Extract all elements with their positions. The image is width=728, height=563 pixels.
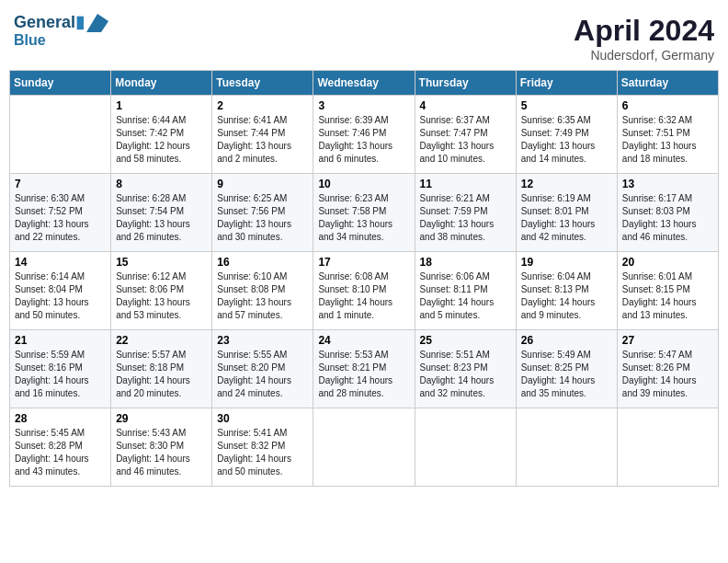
location: Nudersdorf, Germany <box>574 48 714 63</box>
day-info: Sunrise: 6:12 AMSunset: 8:06 PMDaylight:… <box>116 270 207 322</box>
day-info: Sunrise: 5:47 AMSunset: 8:26 PMDaylight:… <box>622 349 713 400</box>
day-info: Sunrise: 5:41 AMSunset: 8:32 PMDaylight:… <box>217 427 308 478</box>
day-info: Sunrise: 6:01 AMSunset: 8:15 PMDaylight:… <box>622 270 713 322</box>
weekday-header: Thursday <box>415 71 516 96</box>
day-info: Sunrise: 6:14 AMSunset: 8:04 PMDaylight:… <box>15 270 106 322</box>
day-info: Sunrise: 5:43 AMSunset: 8:30 PMDaylight:… <box>116 427 207 478</box>
day-number: 1 <box>116 99 207 112</box>
day-number: 20 <box>622 256 713 269</box>
weekday-header: Sunday <box>10 71 111 96</box>
day-info: Sunrise: 6:35 AMSunset: 7:49 PMDaylight:… <box>521 114 612 166</box>
page-header: General▮ Blue April 2024 Nudersdorf, Ger… <box>9 9 719 63</box>
day-number: 15 <box>116 256 207 269</box>
logo-icon <box>86 14 108 32</box>
day-number: 30 <box>217 412 308 425</box>
day-info: Sunrise: 6:44 AMSunset: 7:42 PMDaylight:… <box>116 114 207 166</box>
calendar-cell: 5Sunrise: 6:35 AMSunset: 7:49 PMDaylight… <box>516 96 617 174</box>
day-number: 23 <box>217 334 308 347</box>
day-number: 28 <box>15 412 106 425</box>
day-info: Sunrise: 6:30 AMSunset: 7:52 PMDaylight:… <box>15 192 106 244</box>
day-info: Sunrise: 6:06 AMSunset: 8:11 PMDaylight:… <box>420 270 511 322</box>
day-number: 7 <box>15 178 106 190</box>
weekday-header: Wednesday <box>313 71 415 96</box>
day-number: 10 <box>318 178 409 190</box>
calendar-cell: 10Sunrise: 6:23 AMSunset: 7:58 PMDayligh… <box>313 174 415 252</box>
calendar-cell <box>617 408 718 487</box>
calendar-cell: 18Sunrise: 6:06 AMSunset: 8:11 PMDayligh… <box>415 252 516 330</box>
day-number: 12 <box>521 178 612 190</box>
day-number: 2 <box>217 99 308 112</box>
day-info: Sunrise: 6:37 AMSunset: 7:47 PMDaylight:… <box>420 114 511 166</box>
day-info: Sunrise: 6:32 AMSunset: 7:51 PMDaylight:… <box>622 114 713 166</box>
day-info: Sunrise: 6:19 AMSunset: 8:01 PMDaylight:… <box>521 192 612 244</box>
day-info: Sunrise: 6:04 AMSunset: 8:13 PMDaylight:… <box>521 270 612 322</box>
day-number: 26 <box>521 334 612 347</box>
calendar-cell: 13Sunrise: 6:17 AMSunset: 8:03 PMDayligh… <box>617 174 718 252</box>
logo-blue: Blue <box>14 32 108 49</box>
day-info: Sunrise: 6:08 AMSunset: 8:10 PMDaylight:… <box>318 270 409 322</box>
day-number: 18 <box>420 256 511 269</box>
day-info: Sunrise: 5:45 AMSunset: 8:28 PMDaylight:… <box>15 427 106 478</box>
calendar-cell: 12Sunrise: 6:19 AMSunset: 8:01 PMDayligh… <box>516 174 617 252</box>
calendar-cell: 3Sunrise: 6:39 AMSunset: 7:46 PMDaylight… <box>313 96 415 174</box>
svg-marker-0 <box>86 14 108 32</box>
day-info: Sunrise: 6:17 AMSunset: 8:03 PMDaylight:… <box>622 192 713 244</box>
calendar-cell <box>415 408 516 487</box>
day-number: 21 <box>15 334 106 347</box>
day-info: Sunrise: 6:41 AMSunset: 7:44 PMDaylight:… <box>217 114 308 166</box>
calendar-cell: 7Sunrise: 6:30 AMSunset: 7:52 PMDaylight… <box>10 174 111 252</box>
calendar-cell: 15Sunrise: 6:12 AMSunset: 8:06 PMDayligh… <box>111 252 212 330</box>
calendar-cell: 19Sunrise: 6:04 AMSunset: 8:13 PMDayligh… <box>516 252 617 330</box>
calendar-cell: 26Sunrise: 5:49 AMSunset: 8:25 PMDayligh… <box>516 330 617 408</box>
calendar-cell: 1Sunrise: 6:44 AMSunset: 7:42 PMDaylight… <box>111 96 212 174</box>
calendar-cell: 2Sunrise: 6:41 AMSunset: 7:44 PMDaylight… <box>212 96 313 174</box>
day-info: Sunrise: 5:51 AMSunset: 8:23 PMDaylight:… <box>420 349 511 400</box>
calendar-cell: 6Sunrise: 6:32 AMSunset: 7:51 PMDaylight… <box>617 96 718 174</box>
day-info: Sunrise: 6:10 AMSunset: 8:08 PMDaylight:… <box>217 270 308 322</box>
logo: General▮ Blue <box>14 14 108 49</box>
weekday-header: Friday <box>516 71 617 96</box>
calendar-cell: 23Sunrise: 5:55 AMSunset: 8:20 PMDayligh… <box>212 330 313 408</box>
weekday-header: Tuesday <box>212 71 313 96</box>
day-info: Sunrise: 5:55 AMSunset: 8:20 PMDaylight:… <box>217 349 308 400</box>
calendar-cell: 22Sunrise: 5:57 AMSunset: 8:18 PMDayligh… <box>111 330 212 408</box>
day-number: 25 <box>420 334 511 347</box>
calendar-cell: 11Sunrise: 6:21 AMSunset: 7:59 PMDayligh… <box>415 174 516 252</box>
calendar-cell: 29Sunrise: 5:43 AMSunset: 8:30 PMDayligh… <box>111 408 212 487</box>
calendar-week-row: 1Sunrise: 6:44 AMSunset: 7:42 PMDaylight… <box>10 96 719 174</box>
calendar-cell: 28Sunrise: 5:45 AMSunset: 8:28 PMDayligh… <box>10 408 111 487</box>
calendar-cell: 30Sunrise: 5:41 AMSunset: 8:32 PMDayligh… <box>212 408 313 487</box>
day-number: 14 <box>15 256 106 269</box>
day-number: 27 <box>622 334 713 347</box>
calendar-cell: 9Sunrise: 6:25 AMSunset: 7:56 PMDaylight… <box>212 174 313 252</box>
day-info: Sunrise: 6:25 AMSunset: 7:56 PMDaylight:… <box>217 192 308 244</box>
weekday-header: Saturday <box>617 71 718 96</box>
calendar-week-row: 28Sunrise: 5:45 AMSunset: 8:28 PMDayligh… <box>10 408 719 487</box>
calendar-table: SundayMondayTuesdayWednesdayThursdayFrid… <box>9 70 719 487</box>
day-number: 3 <box>318 99 409 112</box>
weekday-header-row: SundayMondayTuesdayWednesdayThursdayFrid… <box>10 71 719 96</box>
calendar-cell: 24Sunrise: 5:53 AMSunset: 8:21 PMDayligh… <box>313 330 415 408</box>
title-block: April 2024 Nudersdorf, Germany <box>574 14 714 63</box>
day-number: 17 <box>318 256 409 269</box>
day-info: Sunrise: 5:53 AMSunset: 8:21 PMDaylight:… <box>318 349 409 400</box>
calendar-cell: 14Sunrise: 6:14 AMSunset: 8:04 PMDayligh… <box>10 252 111 330</box>
calendar-week-row: 14Sunrise: 6:14 AMSunset: 8:04 PMDayligh… <box>10 252 719 330</box>
day-number: 16 <box>217 256 308 269</box>
day-info: Sunrise: 6:28 AMSunset: 7:54 PMDaylight:… <box>116 192 207 244</box>
day-number: 22 <box>116 334 207 347</box>
day-number: 13 <box>622 178 713 190</box>
calendar-cell: 16Sunrise: 6:10 AMSunset: 8:08 PMDayligh… <box>212 252 313 330</box>
calendar-cell: 25Sunrise: 5:51 AMSunset: 8:23 PMDayligh… <box>415 330 516 408</box>
calendar-cell: 8Sunrise: 6:28 AMSunset: 7:54 PMDaylight… <box>111 174 212 252</box>
day-number: 24 <box>318 334 409 347</box>
calendar-cell: 21Sunrise: 5:59 AMSunset: 8:16 PMDayligh… <box>10 330 111 408</box>
weekday-header: Monday <box>111 71 212 96</box>
calendar-cell <box>313 408 415 487</box>
day-info: Sunrise: 5:59 AMSunset: 8:16 PMDaylight:… <box>15 349 106 400</box>
day-info: Sunrise: 5:49 AMSunset: 8:25 PMDaylight:… <box>521 349 612 400</box>
day-number: 19 <box>521 256 612 269</box>
calendar-cell <box>10 96 111 174</box>
calendar-cell: 27Sunrise: 5:47 AMSunset: 8:26 PMDayligh… <box>617 330 718 408</box>
day-info: Sunrise: 5:57 AMSunset: 8:18 PMDaylight:… <box>116 349 207 400</box>
